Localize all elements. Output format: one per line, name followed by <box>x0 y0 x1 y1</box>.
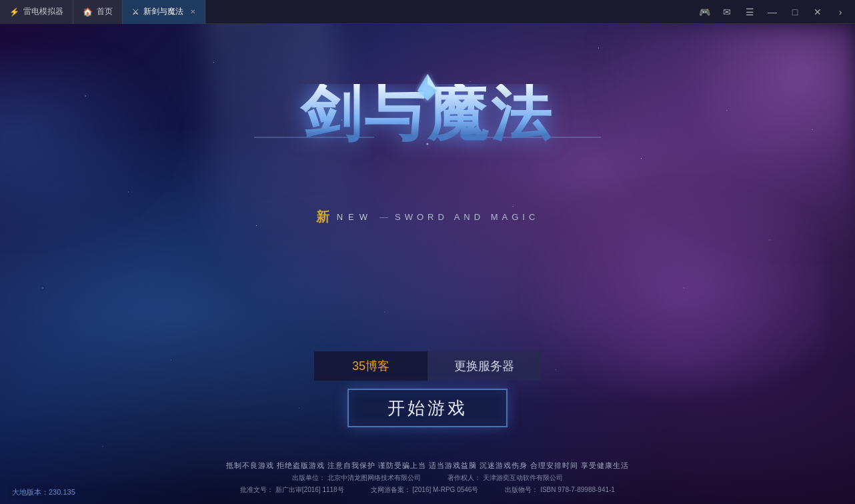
logo-text-wrapper: 剑与魔法 新 NEW — SWORD AND MAGIC <box>227 71 628 226</box>
server-area: 35博客 更换服务器 <box>314 351 541 381</box>
footer-info: 抵制不良游戏 拒绝盗版游戏 注意自我保护 谨防受骗上当 适当游戏益脑 沉迷游戏伤… <box>0 451 855 504</box>
gamepad-icon: 🎮 <box>699 7 710 17</box>
home-icon: 🏠 <box>83 7 93 17</box>
current-server-label: 35博客 <box>352 358 389 374</box>
publisher-info: 出版单位： 北京中清龙图网络技术有限公司 <box>292 473 421 483</box>
close-tab-button[interactable]: ✕ <box>190 8 195 15</box>
menu-icon: ☰ <box>746 7 754 17</box>
game-tab-icon: ⚔ <box>132 7 139 17</box>
minimize-button[interactable]: — <box>762 3 783 21</box>
isbn-label: 出版物号： <box>505 486 538 493</box>
subtitle-row: 新 NEW — SWORD AND MAGIC <box>316 208 540 226</box>
copyright-value: 天津游奕互动软件有限公司 <box>483 474 563 481</box>
logo-container: 剑与魔法 新 NEW — SWORD AND MAGIC <box>227 71 628 226</box>
approval-value: 新广出审[2016] 1118号 <box>275 486 344 493</box>
gamepad-button[interactable]: 🎮 <box>694 3 715 21</box>
nebula-left <box>0 57 200 257</box>
isbn-value: ISBN 978-7-89988-941-1 <box>540 486 615 493</box>
record-value: [2016] M-RPG 0546号 <box>412 486 478 493</box>
titlebar-tabs: ⚡ 雷电模拟器 🏠 首页 ⚔ 新剑与魔法 ✕ <box>0 0 205 24</box>
menu-button[interactable]: ☰ <box>739 3 760 21</box>
close-icon: ✕ <box>814 7 822 17</box>
subtitle-en-label: SWORD AND MAGIC <box>395 212 539 222</box>
app-name-label: 雷电模拟器 <box>23 6 63 17</box>
start-game-label: 开始游戏 <box>387 397 468 420</box>
home-tab[interactable]: 🏠 首页 <box>73 0 123 24</box>
new-cn-label: 新 <box>316 208 331 226</box>
isbn-info: 出版物号： ISBN 978-7-89988-941-1 <box>505 485 615 495</box>
version-badge: 大地版本：230.135 <box>8 486 79 499</box>
game-tab-label: 新剑与魔法 <box>143 6 183 17</box>
logo-svg: 剑与魔法 <box>241 71 614 204</box>
divider: — <box>379 212 388 222</box>
game-area: 剑与魔法 新 NEW — SWORD AND MAGIC <box>0 24 855 504</box>
close-button[interactable]: ✕ <box>807 3 828 21</box>
start-game-button[interactable]: 开始游戏 <box>347 389 508 427</box>
game-tab[interactable]: ⚔ 新剑与魔法 ✕ <box>123 0 205 24</box>
publisher-label: 出版单位： <box>292 474 325 481</box>
new-en-label: NEW <box>337 212 373 222</box>
thunder-icon: ⚡ <box>9 7 19 17</box>
copyright-info: 著作权人： 天津游奕互动软件有限公司 <box>448 473 563 483</box>
change-server-label: 更换服务器 <box>454 358 514 374</box>
footer-row-2: 批准文号： 新广出审[2016] 1118号 文网游备案： [2016] M-R… <box>240 485 615 495</box>
minimize-icon: — <box>768 7 777 17</box>
titlebar: ⚡ 雷电模拟器 🏠 首页 ⚔ 新剑与魔法 ✕ 🎮 ✉ ☰ — □ <box>0 0 855 24</box>
maximize-icon: □ <box>792 7 798 17</box>
change-server-button[interactable]: 更换服务器 <box>428 351 541 381</box>
footer-row-1: 出版单位： 北京中清龙图网络技术有限公司 著作权人： 天津游奕互动软件有限公司 <box>292 473 563 483</box>
home-tab-label: 首页 <box>97 6 113 17</box>
version-text: 大地版本：230.135 <box>12 488 75 496</box>
forward-button[interactable]: › <box>830 3 851 21</box>
copyright-label: 著作权人： <box>448 474 481 481</box>
mail-icon: ✉ <box>723 7 731 17</box>
approval-label: 批准文号： <box>240 486 273 493</box>
approval-info: 批准文号： 新广出审[2016] 1118号 <box>240 485 344 495</box>
current-server-button[interactable]: 35博客 <box>314 351 428 381</box>
maximize-button[interactable]: □ <box>784 3 806 21</box>
record-info: 文网游备案： [2016] M-RPG 0546号 <box>371 485 479 495</box>
record-label: 文网游备案： <box>371 486 411 493</box>
titlebar-controls: 🎮 ✉ ☰ — □ ✕ › <box>694 3 855 21</box>
warning-text: 抵制不良游戏 拒绝盗版游戏 注意自我保护 谨防受骗上当 适当游戏益脑 沉迷游戏伤… <box>226 461 629 471</box>
forward-icon: › <box>839 7 842 17</box>
mail-button[interactable]: ✉ <box>716 3 738 21</box>
publisher-value: 北京中清龙图网络技术有限公司 <box>327 474 421 481</box>
app-icon-tab[interactable]: ⚡ 雷电模拟器 <box>0 0 73 24</box>
